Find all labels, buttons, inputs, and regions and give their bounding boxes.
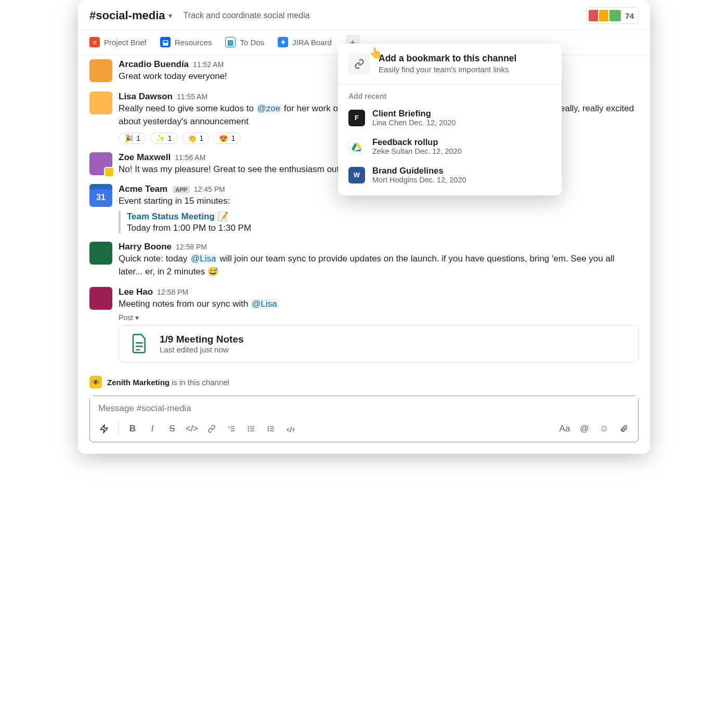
members-button[interactable]: 74	[586, 7, 639, 24]
mention[interactable]: @zoe	[256, 103, 282, 113]
channel-name-button[interactable]: #social-media ▾	[89, 9, 172, 22]
app-icon: 👁	[89, 376, 102, 388]
message-timestamp: 12:58 PM	[176, 243, 207, 251]
message-composer: B I S </> Aa @ ☺	[89, 396, 639, 442]
reaction[interactable]: 😍1	[213, 133, 241, 144]
bookmark-jira[interactable]: ✦ JIRA Board	[278, 37, 332, 47]
avatar[interactable]	[89, 287, 112, 310]
post-title: 1/9 Meeting Notes	[160, 334, 244, 345]
message-author[interactable]: Lee Hao	[119, 287, 153, 297]
bookmark-label: To Dos	[240, 38, 264, 47]
message-body: Meeting notes from our sync with @Lisa	[119, 297, 639, 311]
svg-line-17	[290, 427, 292, 432]
post-attachment[interactable]: 1/9 Meeting Notes Last edited just now	[119, 325, 639, 362]
format-button[interactable]: Aa	[556, 421, 574, 437]
word-icon: W	[348, 167, 365, 183]
avatar[interactable]	[89, 152, 112, 175]
popover-title: Add a bookmark to this channel	[379, 53, 516, 64]
notice-tail: is in this channel	[172, 378, 229, 387]
recent-item-brand-guidelines[interactable]: W Brand Guidelines Mort Hodgins Dec. 12,…	[338, 161, 562, 189]
bookmark-label: Project Brief	[104, 38, 147, 47]
avatar[interactable]	[89, 59, 112, 82]
message-author[interactable]: Lisa Dawson	[119, 91, 173, 102]
document-icon: ≡	[89, 37, 100, 47]
reaction[interactable]: ✨1	[150, 133, 178, 144]
post-subtitle: Last edited just now	[160, 345, 244, 354]
add-bookmark-popover: Add a bookmark to this channel Easily fi…	[338, 44, 562, 195]
recent-item-meta: Zeke Sultan Dec. 12, 2020	[372, 147, 462, 155]
blockquote-button[interactable]	[262, 421, 280, 437]
mention-button[interactable]: @	[576, 421, 593, 437]
avatar[interactable]	[89, 242, 112, 265]
link-button[interactable]	[203, 421, 220, 437]
mention[interactable]: @Lisa	[251, 299, 278, 309]
message-timestamp: 11:55 AM	[177, 93, 207, 101]
caret-down-icon: ▾	[135, 313, 139, 322]
event-title: Team Status Meeting 📝	[127, 211, 639, 222]
code-block-button[interactable]	[282, 421, 300, 437]
italic-button[interactable]: I	[144, 421, 161, 437]
message: Lee Hao 12:58 PM Meeting notes from our …	[89, 283, 639, 367]
recent-item-meta: Mort Hodgins Dec. 12, 2020	[372, 176, 466, 184]
post-icon	[128, 333, 150, 354]
channel-description: Track and coordinate social media	[184, 11, 310, 20]
avatar	[608, 9, 622, 22]
event-attachment[interactable]: Team Status Meeting 📝 Today from 1:00 PM…	[119, 211, 639, 233]
message-timestamp: 12:45 PM	[194, 185, 225, 193]
reaction[interactable]: 🎉1	[119, 133, 146, 144]
svg-marker-3	[100, 425, 108, 433]
svg-point-10	[248, 426, 249, 427]
ordered-list-button[interactable]	[223, 421, 240, 437]
notice-name[interactable]: Zenith Marketing	[107, 378, 170, 387]
composer-toolbar: B I S </> Aa @ ☺	[90, 419, 638, 442]
bookmark-resources[interactable]: ⬓ Resources	[160, 37, 212, 47]
recent-item-title: Brand Guidelines	[372, 166, 466, 176]
message: Harry Boone 12:58 PM Quick note: today @…	[89, 238, 639, 283]
recent-item-feedback-rollup[interactable]: Feedback rollup Zeke Sultan Dec. 12, 202…	[338, 132, 562, 161]
svg-point-12	[248, 430, 249, 431]
bookmark-todos[interactable]: ▥ To Dos	[225, 37, 264, 47]
channel-header: #social-media ▾ Track and coordinate soc…	[78, 0, 650, 30]
emoji-button[interactable]: ☺	[595, 421, 613, 437]
recent-item-title: Feedback rollup	[372, 137, 462, 147]
channel-notice: 👁 Zenith Marketingis in this channel	[78, 372, 650, 396]
avatar[interactable]	[89, 91, 112, 114]
strikethrough-button[interactable]: S	[163, 421, 181, 437]
app-badge: APP	[173, 186, 190, 193]
link-icon	[348, 53, 370, 75]
message-timestamp: 11:52 AM	[193, 60, 224, 69]
calendar-icon[interactable]: 31	[89, 184, 112, 207]
mention[interactable]: @Lisa	[190, 254, 217, 264]
svg-point-11	[248, 428, 249, 429]
google-drive-icon	[348, 138, 365, 155]
message-body: Event starting in 15 minutes:	[119, 194, 639, 208]
divider	[118, 423, 119, 435]
message-author[interactable]: Harry Boone	[119, 242, 172, 252]
message-author[interactable]: Zoe Maxwell	[119, 152, 171, 163]
message-author[interactable]: Acme Team	[119, 184, 167, 194]
message-input[interactable]	[90, 396, 638, 419]
reaction[interactable]: 👏1	[182, 133, 210, 144]
bold-button[interactable]: B	[124, 421, 141, 437]
event-time: Today from 1:00 PM to 1:30 PM	[127, 223, 639, 233]
bookmark-label: JIRA Board	[292, 38, 332, 47]
bullet-list-button[interactable]	[242, 421, 260, 437]
recent-item-client-briefing[interactable]: F Client Briefing Lina Chen Dec. 12, 202…	[338, 103, 562, 132]
message-author[interactable]: Arcadio Buendía	[119, 59, 189, 70]
figma-icon: F	[348, 110, 365, 126]
jira-icon: ✦	[278, 37, 288, 47]
dropbox-icon: ⬓	[160, 37, 171, 47]
add-bookmark-option[interactable]: Add a bookmark to this channel Easily fi…	[338, 44, 562, 85]
code-button[interactable]: </>	[183, 421, 201, 437]
message-body: Quick note: today @Lisa will join our te…	[119, 252, 639, 279]
bookmark-project-brief[interactable]: ≡ Project Brief	[89, 37, 147, 47]
shortcuts-button[interactable]	[95, 421, 113, 437]
message-timestamp: 11:56 AM	[175, 153, 205, 162]
popover-section-label: Add recent	[338, 85, 562, 103]
attach-button[interactable]	[615, 421, 633, 437]
member-count: 74	[625, 11, 634, 20]
message-timestamp: 12:58 PM	[157, 288, 188, 296]
post-label[interactable]: Post▾	[119, 313, 639, 322]
trello-icon: ▥	[225, 37, 236, 47]
recent-item-title: Client Briefing	[372, 109, 456, 119]
